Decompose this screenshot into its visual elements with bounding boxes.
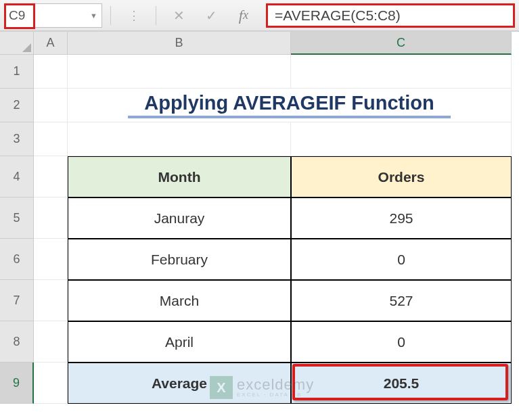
formula-text: =AVERAGE(C5:C8) [275, 7, 401, 24]
cell-b3[interactable] [68, 122, 291, 156]
dots-icon: ⋮ [119, 5, 148, 26]
average-label[interactable]: Average [68, 363, 291, 404]
cell-month-3[interactable]: March [68, 280, 291, 321]
cell-orders-4[interactable]: 0 [291, 321, 512, 363]
col-head-b[interactable]: B [68, 32, 291, 55]
row-head-8[interactable]: 8 [0, 321, 34, 363]
confirm-icon[interactable]: ✓ [197, 5, 225, 26]
cell-month-4[interactable]: April [68, 321, 291, 363]
cell-a9[interactable] [34, 363, 68, 404]
cell-month-2[interactable]: February [68, 239, 291, 280]
row-head-1[interactable]: 1 [0, 55, 34, 89]
cell-orders-2[interactable]: 0 [291, 239, 512, 280]
cell-a4[interactable] [34, 156, 68, 197]
average-value-cell[interactable]: 205.5 [291, 363, 512, 404]
formula-bar: C9 ▼ ⋮ ✕ ✓ fx =AVERAGE(C5:C8) [0, 0, 519, 31]
cell-b1[interactable] [68, 55, 291, 89]
row-head-9[interactable]: 9 [0, 363, 34, 404]
cell-month-1[interactable]: Januray [68, 197, 291, 239]
row-head-3[interactable]: 3 [0, 122, 34, 156]
cell-a2[interactable] [34, 89, 68, 122]
separator [110, 6, 111, 25]
average-value: 205.5 [384, 375, 420, 392]
fx-icon[interactable]: fx [229, 5, 258, 26]
cell-a8[interactable] [34, 321, 68, 363]
row-head-6[interactable]: 6 [0, 239, 34, 280]
cell-orders-3[interactable]: 527 [291, 280, 512, 321]
title-cell[interactable]: Applying AVERAGEIF Function [68, 89, 512, 122]
cell-c3[interactable] [291, 122, 512, 156]
header-orders[interactable]: Orders [291, 156, 512, 197]
cell-a7[interactable] [34, 280, 68, 321]
page-title: Applying AVERAGEIF Function [128, 92, 451, 118]
separator [156, 6, 156, 25]
formula-input[interactable]: =AVERAGE(C5:C8) [266, 3, 515, 28]
row-head-5[interactable]: 5 [0, 197, 34, 239]
header-month[interactable]: Month [68, 156, 291, 197]
cell-orders-1[interactable]: 295 [291, 197, 512, 239]
row-head-2[interactable]: 2 [0, 89, 34, 122]
col-head-c[interactable]: C [291, 32, 512, 55]
cell-reference: C9 [9, 8, 25, 23]
spreadsheet-grid: A B C 1 2 Applying AVERAGEIF Function 3 … [0, 31, 519, 404]
cancel-icon[interactable]: ✕ [164, 5, 193, 26]
row-head-7[interactable]: 7 [0, 280, 34, 321]
row-head-4[interactable]: 4 [0, 156, 34, 197]
cell-c1[interactable] [291, 55, 512, 89]
cell-a6[interactable] [34, 239, 68, 280]
chevron-down-icon[interactable]: ▼ [90, 11, 97, 20]
cell-a1[interactable] [34, 55, 68, 89]
col-head-a[interactable]: A [34, 32, 68, 55]
cell-a5[interactable] [34, 197, 68, 239]
select-all-corner[interactable] [0, 32, 34, 55]
name-box[interactable]: C9 ▼ [4, 3, 102, 28]
cell-a3[interactable] [34, 122, 68, 156]
